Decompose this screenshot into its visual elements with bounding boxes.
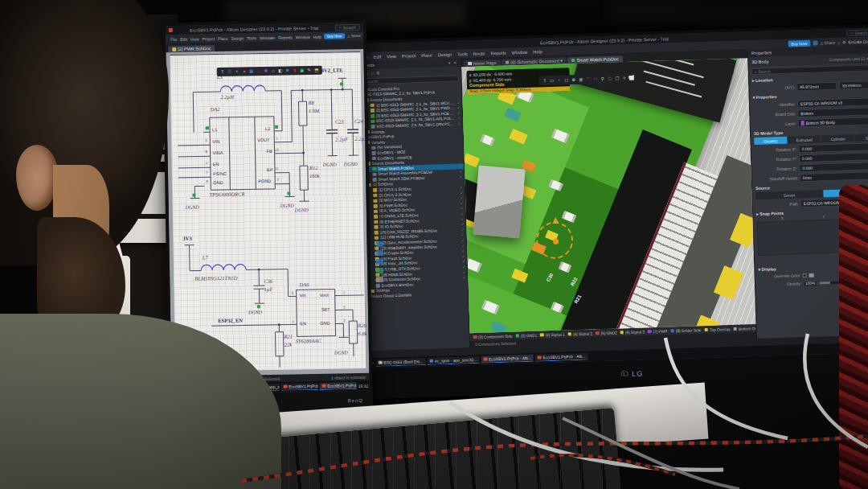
- check-icon: ✓: [460, 185, 465, 189]
- menu-item[interactable]: Tools: [455, 51, 470, 57]
- panel-header-icons[interactable]: ▾ ✕: [448, 60, 457, 65]
- schematic-label: 6.8k: [358, 331, 366, 336]
- menu-item[interactable]: Place: [419, 52, 435, 58]
- layer-tab[interactable]: [3] Signal 1: [540, 332, 565, 337]
- layer-tab[interactable]: Bottom Overla: [733, 326, 755, 331]
- schematic-label: R20: [358, 323, 366, 328]
- person: [0, 0, 321, 489]
- menu-item[interactable]: Edit: [371, 54, 384, 59]
- background-shadow: [611, 0, 868, 24]
- layer-tab[interactable]: [2] GND1: [516, 333, 538, 338]
- gizmo-arrow-icon: [552, 214, 559, 224]
- location-y-field[interactable]: 83.694mm: [839, 80, 868, 90]
- layer-tab[interactable]: [4] Signal 2: [568, 331, 593, 336]
- check-icon: ✓: [457, 117, 462, 121]
- panel-edge-icons: [371, 241, 387, 378]
- taskbar-app[interactable]: EcoSBV1.PrjPcb - Alti...: [481, 355, 534, 364]
- taskbar-app[interactable]: EcoSBV1.PrjPcb - ...: [320, 382, 357, 390]
- document-icon: [371, 119, 375, 123]
- check-icon: ✓: [462, 270, 467, 274]
- model-type-tab[interactable]: Extruded: [788, 135, 821, 143]
- taskbar-app[interactable]: EcoSBV1.PrjPcb - Alti...: [535, 353, 588, 362]
- account-label[interactable]: EnCata Concord Pro: [848, 38, 868, 43]
- menu-item[interactable]: Window: [510, 49, 530, 55]
- layer-tab[interactable]: [6] Signal 3: [620, 330, 645, 335]
- comment-icon[interactable]: [813, 40, 817, 45]
- menu-item[interactable]: Route: [471, 51, 488, 56]
- menu-item[interactable]: Project: [399, 53, 418, 59]
- menu-item[interactable]: Help: [530, 49, 544, 55]
- layer-tab[interactable]: [8] Solder Side: [670, 328, 701, 333]
- toolbar-icon[interactable]: ⬜: [628, 74, 635, 81]
- menu-item[interactable]: Design: [436, 51, 454, 57]
- document-icon: [371, 114, 375, 118]
- document-icon: [371, 151, 375, 155]
- taskbar-app-icon: [538, 355, 542, 360]
- model-type-tab[interactable]: Generic: [754, 137, 787, 145]
- document-icon: [372, 172, 376, 176]
- toolbar-icon[interactable]: +: [556, 76, 563, 84]
- toolbar-icon[interactable]: ☐: [614, 75, 620, 82]
- schematic-label: DGND: [323, 162, 337, 166]
- layer-color-swatch: [670, 329, 674, 333]
- toolbar-icon[interactable]: ⚲: [600, 75, 606, 82]
- model-type-tab[interactable]: Sphere: [855, 134, 868, 142]
- person-shoulder: [0, 314, 281, 489]
- layer-tab[interactable]: [5] GND2: [596, 331, 617, 335]
- panel-thumb-icon: [376, 277, 383, 282]
- check-icon: ✓: [457, 111, 462, 115]
- layer-color-swatch: [516, 334, 520, 338]
- location-x-field[interactable]: 95.872mm: [796, 82, 837, 92]
- document-icon: [371, 146, 375, 150]
- model-type-tab[interactable]: Cylinder: [821, 134, 854, 142]
- schematic-label: 3: [343, 305, 346, 309]
- toolbar-icon[interactable]: T: [542, 77, 548, 84]
- check-icon: ✓: [461, 228, 466, 232]
- override-color-swatch[interactable]: [809, 273, 814, 277]
- titlebar-search[interactable]: ⌕ Search: [335, 23, 360, 31]
- schematic-label: DGND: [344, 162, 358, 166]
- menu-item[interactable]: View: [384, 53, 399, 59]
- home-icon[interactable]: ⌂: [837, 39, 840, 44]
- layer-tab[interactable]: [7] PWR: [648, 329, 668, 334]
- override-color-checkbox[interactable]: [803, 273, 807, 277]
- toolbar-icon[interactable]: ⊕: [571, 76, 577, 83]
- embedded-3d-model-preview: [473, 166, 525, 239]
- check-icon: ✓: [461, 212, 465, 216]
- taskbar-app[interactable]: ec_ignis - app_smc32...: [427, 356, 480, 365]
- layer-tab[interactable]: Top Overlay: [704, 327, 730, 332]
- titlebar-search[interactable]: ⌕ Search: [846, 29, 868, 36]
- document-icon: [371, 125, 375, 129]
- buy-now-button[interactable]: Buy Now: [324, 33, 345, 39]
- object-type: 3D Body: [751, 59, 768, 64]
- toolbar-icon[interactable]: ▣: [578, 76, 584, 83]
- document-icon: [375, 231, 379, 235]
- check-icon: ✓: [457, 106, 462, 110]
- buy-now-button[interactable]: Buy Now: [788, 39, 810, 47]
- toolbar-icon[interactable]: ✛: [621, 74, 628, 81]
- folder-icon[interactable]: ▱: [371, 70, 374, 75]
- check-icon: ✓: [457, 101, 462, 105]
- toolbar-icon[interactable]: ⌒: [585, 76, 592, 83]
- gear-icon[interactable]: ⚙: [842, 39, 846, 44]
- toolbar-icon[interactable]: ◠: [592, 76, 599, 83]
- check-icon: ✓: [462, 249, 467, 253]
- layer-tab[interactable]: [0] Component Side: [473, 334, 513, 339]
- compile-icon[interactable]: ⚙: [376, 70, 380, 75]
- clock: 15:32: [358, 383, 369, 388]
- gear-icon[interactable]: ⚙: [363, 34, 366, 38]
- menu-item[interactable]: Reports: [488, 50, 508, 55]
- layer-color-swatch: [568, 332, 572, 336]
- toolbar-icon[interactable]: ▭: [549, 76, 555, 84]
- document-icon: [374, 204, 378, 208]
- check-icon: ✓: [462, 265, 467, 269]
- document-icon: [372, 157, 376, 161]
- right-monitor-screen: EcoSBV1.PrjPcb - Altium Designer (23.9.2…: [354, 27, 868, 369]
- layer-color-swatch: [704, 328, 708, 332]
- layer-color-swatch: [540, 333, 544, 337]
- schematic-label: 2.2µF: [354, 136, 367, 142]
- toolbar-icon[interactable]: ◻: [563, 76, 570, 84]
- share-button[interactable]: △ Share: [820, 39, 835, 45]
- share-button[interactable]: △ Share: [347, 34, 361, 38]
- toolbar-icon[interactable]: ⬡: [607, 75, 613, 82]
